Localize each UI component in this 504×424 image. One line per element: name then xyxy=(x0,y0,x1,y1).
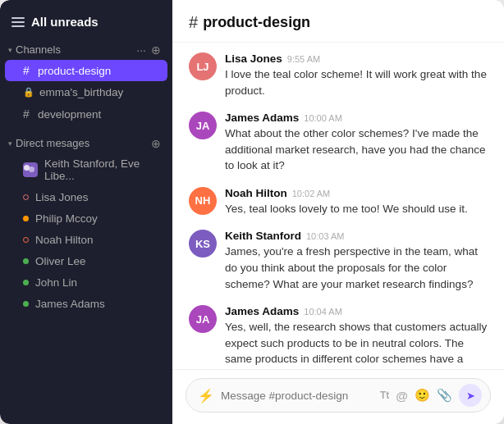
message-author: James Adams xyxy=(225,112,299,124)
message-author: Lisa Jones xyxy=(225,52,282,65)
dm-item-philip-mccoy[interactable]: Philip Mccoy xyxy=(5,208,167,229)
emoji-icon[interactable]: 🙂 xyxy=(415,388,430,403)
chat-header: # product-design xyxy=(172,0,504,43)
message-content: Noah Hilton 10:02 AM Yes, teal looks lov… xyxy=(225,187,488,217)
message-time: 9:55 AM xyxy=(287,54,320,64)
status-dot-online xyxy=(23,258,29,264)
lightning-icon: ⚡ xyxy=(198,388,214,403)
message-author: Keith Stanford xyxy=(225,230,301,242)
message-content: Keith Stanford 10:03 AM James, you're a … xyxy=(225,230,488,292)
channel-item-product-design[interactable]: # product-design xyxy=(5,60,167,81)
message-content: James Adams 10:00 AM What about the othe… xyxy=(225,112,488,174)
message-content: James Adams 10:04 AM Yes, well, the rese… xyxy=(225,305,488,369)
avatar: NH xyxy=(189,187,217,215)
channel-item-emmas-birthday[interactable]: 🔒 emma's_birthday xyxy=(5,82,167,103)
avatar: JA xyxy=(189,305,217,333)
message-input[interactable] xyxy=(221,390,373,402)
channels-add-icon[interactable]: ⊕ xyxy=(151,44,161,56)
sidebar-header: All unreads xyxy=(0,0,172,37)
message-author: Noah Hilton xyxy=(225,187,287,199)
chat-input-area: ⚡ Tt @ 🙂 📎 ➤ xyxy=(172,369,504,424)
dm-section-header[interactable]: ▾ Direct mesages ⊕ xyxy=(0,130,172,153)
message-content: Lisa Jones 9:55 AM I love the teal color… xyxy=(225,52,488,98)
message-4: KS Keith Stanford 10:03 AM James, you're… xyxy=(189,230,488,292)
dm-item-keith-stanford-eve[interactable]: Keith Stanford, Eve Libe... xyxy=(5,153,167,186)
message-time: 10:02 AM xyxy=(292,189,330,198)
at-mention-icon[interactable]: @ xyxy=(396,389,408,403)
channel-hash-icon: # xyxy=(189,13,198,32)
svg-rect-1 xyxy=(29,166,34,172)
channel-name: product-design xyxy=(38,65,111,77)
message-3: NH Noah Hilton 10:02 AM Yes, teal looks … xyxy=(189,187,488,217)
status-dot-away xyxy=(23,216,29,221)
message-2: JA James Adams 10:00 AM What about the o… xyxy=(189,112,488,174)
dm-add-icon[interactable]: ⊕ xyxy=(151,138,161,149)
avatar: KS xyxy=(189,230,217,258)
dm-avatar xyxy=(23,162,38,177)
dm-item-noah-hilton[interactable]: Noah Hilton xyxy=(5,230,167,250)
status-dot-online xyxy=(23,301,29,307)
avatar: JA xyxy=(189,112,217,139)
dm-item-james-adams[interactable]: James Adams xyxy=(5,294,167,314)
dm-item-lisa-jones[interactable]: Lisa Jones xyxy=(5,187,167,207)
send-icon: ➤ xyxy=(466,390,475,402)
send-button[interactable]: ➤ xyxy=(459,384,482,407)
channel-name: development xyxy=(38,108,101,121)
input-toolbar: Tt @ 🙂 📎 xyxy=(380,388,452,403)
channels-list: # product-design 🔒 emma's_birthday # dev… xyxy=(0,59,172,125)
attachment-icon[interactable]: 📎 xyxy=(437,388,452,403)
status-dot-online xyxy=(23,280,29,285)
message-text: James, you're a fresh perspective in the… xyxy=(225,244,488,292)
dm-name: James Adams xyxy=(35,298,105,310)
hash-icon: # xyxy=(23,64,33,77)
message-text: Yes, well, the research shows that custo… xyxy=(225,319,488,369)
message-time: 10:03 AM xyxy=(306,231,344,241)
message-1: LJ Lisa Jones 9:55 AM I love the teal co… xyxy=(189,52,488,98)
sidebar-title: All unreads xyxy=(31,15,161,29)
message-author: James Adams xyxy=(225,305,299,317)
dm-name: Oliver Lee xyxy=(35,255,86,267)
sidebar: All unreads ▾ Channels ··· ⊕ # product-d… xyxy=(0,0,172,424)
channels-more-icon[interactable]: ··· xyxy=(136,44,146,56)
channel-name: emma's_birthday xyxy=(39,86,123,98)
channel-item-development[interactable]: # development xyxy=(5,103,167,125)
message-time: 10:04 AM xyxy=(304,307,341,317)
dm-section: ▾ Direct mesages ⊕ Keith Stanford, Eve L… xyxy=(0,130,172,315)
dm-name: Lisa Jones xyxy=(35,191,89,203)
status-dot-offline xyxy=(23,237,29,243)
dm-chevron-icon: ▾ xyxy=(8,139,12,148)
chat-header-title: product-design xyxy=(203,14,310,31)
channels-section-header[interactable]: ▾ Channels ··· ⊕ xyxy=(0,37,172,59)
message-time: 10:00 AM xyxy=(304,113,341,123)
message-text: I love the teal color scheme! It will wo… xyxy=(225,66,488,98)
main-chat: # product-design LJ Lisa Jones 9:55 AM I… xyxy=(172,0,504,424)
lock-icon: 🔒 xyxy=(23,87,34,98)
dm-name: Keith Stanford, Eve Libe... xyxy=(44,157,156,182)
dm-name: John Lin xyxy=(35,276,77,289)
message-5: JA James Adams 10:04 AM Yes, well, the r… xyxy=(189,305,488,369)
dm-item-john-lin[interactable]: John Lin xyxy=(5,272,167,293)
hamburger-menu-icon[interactable] xyxy=(11,17,25,27)
dm-section-label: Direct mesages xyxy=(16,137,151,149)
text-format-icon[interactable]: Tt xyxy=(380,390,389,401)
dm-item-oliver-lee[interactable]: Oliver Lee xyxy=(5,251,167,271)
svg-rect-0 xyxy=(24,165,30,171)
dm-name: Noah Hilton xyxy=(35,234,94,246)
avatar: LJ xyxy=(189,52,217,80)
channels-section-label: Channels xyxy=(16,43,136,56)
hash-icon: # xyxy=(23,107,33,121)
channels-chevron-icon: ▾ xyxy=(8,46,12,54)
message-text: What about the other color schemes? I've… xyxy=(225,125,488,174)
dm-name: Philip Mccoy xyxy=(35,212,98,225)
messages-area: LJ Lisa Jones 9:55 AM I love the teal co… xyxy=(172,43,504,369)
message-input-box: ⚡ Tt @ 🙂 📎 ➤ xyxy=(186,378,491,413)
status-dot-offline xyxy=(23,194,29,200)
message-text: Yes, teal looks lovely to me too! We sho… xyxy=(225,201,488,217)
